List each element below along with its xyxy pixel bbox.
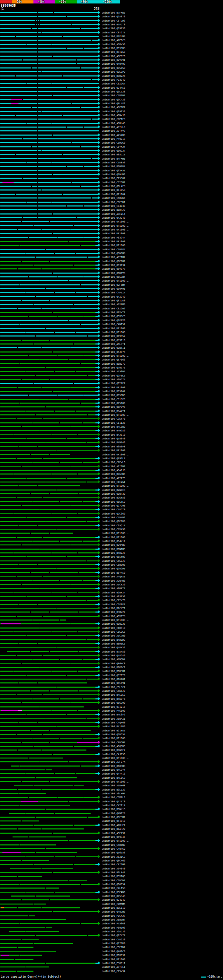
- hit-label[interactable]: UniRef100_Q4CSY4: [102, 768, 125, 772]
- hit-label[interactable]: UniRef100_A9P1K7: [102, 106, 125, 109]
- hit-label[interactable]: UniRef100_B9WNF2: [102, 749, 125, 752]
- hit-label[interactable]: UniRef100_Q93134: [102, 264, 125, 267]
- hit-label[interactable]: UniRef100_C6BLQ5: [102, 563, 125, 566]
- hit-label[interactable]: UniRef100_A6SB53: [102, 595, 125, 598]
- hit-label[interactable]: UniRef100_B5VTQ3: [102, 875, 125, 878]
- hit-label[interactable]: UniRef100_Q6L4F8: [102, 185, 125, 188]
- hit-label[interactable]: UniRef100_B8BD72: [102, 363, 125, 365]
- hit-label[interactable]: UniRef100_A7PPC8: [102, 39, 125, 42]
- hit-label[interactable]: UniRef100_Q95PD5: [102, 394, 125, 397]
- hit-label[interactable]: UniRef100_Q4PM32: [102, 646, 125, 649]
- hit-label[interactable]: UniRef100_Q402C0: [102, 950, 125, 953]
- hit-label[interactable]: UniRef100_A5BV59: [102, 43, 125, 46]
- hit-label[interactable]: UniRef100_B3RW27: [102, 611, 125, 614]
- hit-label[interactable]: UniRef100_Q6VE77: [102, 268, 125, 270]
- hit-label[interactable]: UniRef100_B75P50: [102, 651, 125, 653]
- hit-label[interactable]: UniRef100_B3N6P8: [102, 445, 125, 448]
- hit-label[interactable]: UniRef100_B41ZB9: [102, 725, 125, 728]
- hit-label[interactable]: UniRef100_C8V490: [102, 528, 125, 531]
- hit-label[interactable]: UniRef100_C4QP60: [102, 721, 125, 724]
- hit-label[interactable]: UniRef100_Q29MB0: [102, 544, 125, 546]
- hit-label[interactable]: UniRef100_A2I3W1: [102, 465, 125, 468]
- hit-label[interactable]: UniRef100_Q0UP30: [102, 493, 125, 495]
- hit-label[interactable]: UniRef100_C5YX24: [102, 146, 125, 148]
- hit-label[interactable]: UniRef100_C1H819: [102, 627, 125, 630]
- hit-label[interactable]: UniRef100_A9NG75: [102, 378, 125, 381]
- hit-label[interactable]: UniRef100_B2BF24: [102, 591, 125, 594]
- hit-label[interactable]: UniRef100_C4P5Z7: [102, 291, 125, 294]
- hit-label[interactable]: UniRef100_C4LTS8: [102, 887, 125, 889]
- hit-label[interactable]: UniRef100_B21YE5: [102, 729, 125, 732]
- hit-label[interactable]: UniRef100_B2GY56: [102, 496, 125, 499]
- hit-label[interactable]: UniRef100_Q9W9H8: [102, 252, 125, 255]
- hit-label[interactable]: UniRef100_B7G3R5: [102, 473, 125, 476]
- hit-label[interactable]: UniRef100_Q69FS2: [102, 335, 125, 337]
- hit-label[interactable]: UniRef100_C95Q11: [102, 524, 125, 527]
- hit-label[interactable]: UniRef100_B6SJZ1: [102, 153, 125, 156]
- hit-label[interactable]: UniRef100_C5KYJ9: [102, 690, 125, 692]
- hit-label[interactable]: UniRef100_Q4YH13: [102, 772, 125, 775]
- hit-label[interactable]: UniRef100_Q5C591: [102, 682, 125, 684]
- hit-label[interactable]: UniRef100_C7NNN2: [102, 516, 125, 519]
- hit-label[interactable]: UniRef100_C7EWL6: [102, 461, 125, 464]
- hit-label[interactable]: UniRef100_Q6PPH2: [102, 260, 125, 263]
- hit-label[interactable]: UniRef100_A753W5: [102, 370, 125, 373]
- hit-label[interactable]: UniRef100_P753G3: [102, 922, 125, 925]
- hit-label[interactable]: UniRef100_B4FXM1: [102, 158, 125, 160]
- hit-label[interactable]: UniRef100_C5MTW1: [102, 94, 125, 97]
- hit-label[interactable]: UniRef100_B4K3F2: [102, 713, 125, 716]
- hit-label[interactable]: UniRef100_A7T275: [102, 477, 125, 480]
- hit-label[interactable]: UniRef100_Q179R0: [102, 942, 125, 945]
- hit-label[interactable]: UniRef100_Q66SB4: [102, 276, 125, 278]
- hit-label[interactable]: UniRef100_C5MFL3: [102, 796, 125, 799]
- hit-label[interactable]: UniRef100_Q18640: [102, 438, 125, 440]
- hit-label[interactable]: UniRef100_Q93X51: [102, 169, 125, 172]
- hit-label[interactable]: UniRef100_B6K0C2: [102, 666, 125, 669]
- hit-label[interactable]: UniRef100_UP1000...: [102, 280, 130, 282]
- hit-label[interactable]: UniRef100_C1C2G1: [102, 481, 125, 484]
- hit-label[interactable]: UniRef100_B3L122: [102, 788, 125, 791]
- hit-label[interactable]: UniRef100_A9YTH2: [102, 256, 125, 259]
- hit-label[interactable]: UniRef100_A1C7W0: [102, 635, 125, 637]
- hit-label[interactable]: UniRef100_A9RL45: [102, 122, 125, 125]
- hit-label[interactable]: UniRef100_UP1000...: [102, 355, 130, 357]
- hit-label[interactable]: UniRef100_P69103: [102, 926, 125, 929]
- hit-label[interactable]: UniRef100_Q1WLW3: [102, 173, 125, 176]
- hit-label[interactable]: UniRef100_Q0U225: [102, 623, 125, 625]
- hit-label[interactable]: UniRef100_C7E226: [102, 938, 125, 941]
- hit-label[interactable]: UniRef100_B7FKR5: [102, 11, 125, 14]
- hit-label[interactable]: UniRef100_Q56Z53: [102, 851, 125, 854]
- hit-label[interactable]: UniRef100_B7FLN8: [102, 35, 125, 38]
- hit-label[interactable]: UniRef100_A4QYS1: [102, 575, 125, 578]
- hit-label[interactable]: UniRef100_Q4Z249: [102, 296, 125, 298]
- hit-label[interactable]: UniRef100_Q5XJC3: [102, 315, 125, 318]
- hit-label[interactable]: UniRef100_Q09K91: [102, 288, 125, 290]
- hit-label[interactable]: UniRef100_C4QP69: [102, 848, 125, 850]
- hit-label[interactable]: UniRef100_A3LWH7: [102, 792, 125, 795]
- hit-label[interactable]: UniRef100_C5FEE7: [102, 603, 125, 606]
- hit-label[interactable]: UniRef100_C1GGG5: [102, 631, 125, 633]
- hit-label[interactable]: UniRef100_Q9SUP9: [102, 71, 125, 73]
- hit-label[interactable]: UniRef100_Q6EEB0: [102, 520, 125, 523]
- hit-label[interactable]: UniRef100_B8MBK5: [102, 643, 125, 645]
- hit-label[interactable]: UniRef100_UP1000...: [102, 240, 130, 243]
- hit-label[interactable]: UniRef100_C6ZGW2: [102, 307, 125, 310]
- hit-label[interactable]: UniRef100_Q2FBV6: [102, 319, 125, 322]
- hit-label[interactable]: UniRef100_B6Y450: [102, 571, 125, 574]
- hit-label[interactable]: UniRef100_Q89119: [102, 339, 125, 342]
- hit-label[interactable]: UniRef100_B6KSU1: [102, 670, 125, 673]
- hit-label[interactable]: UniRef100_Q2FBK5: [102, 374, 125, 377]
- hit-label[interactable]: UniRef100_C4WT57: [102, 323, 125, 326]
- hit-label[interactable]: UniRef100_A9QQB5: [102, 745, 125, 748]
- hit-label[interactable]: UniRef100_UP1000...: [102, 220, 130, 223]
- hit-label[interactable]: UniRef100_B6AH29: [102, 828, 125, 830]
- hit-label[interactable]: UniRef100_Q6PBV5: [102, 406, 125, 409]
- hit-label[interactable]: UniRef100_Q9LV28: [102, 91, 125, 93]
- hit-label[interactable]: UniRef100_UP1000...: [102, 536, 130, 539]
- hit-label[interactable]: UniRef100_A5E792: [102, 832, 125, 835]
- hit-label[interactable]: UniRef100_A9V040: [102, 867, 125, 870]
- hit-label[interactable]: UniRef100_C75W34: [102, 970, 125, 973]
- hit-label[interactable]: UniRef100_Q75189: [102, 402, 125, 405]
- hit-label[interactable]: UniRef100_Q24D42: [102, 899, 125, 901]
- hit-label[interactable]: UniRef100_Q9WTI1: [102, 347, 125, 349]
